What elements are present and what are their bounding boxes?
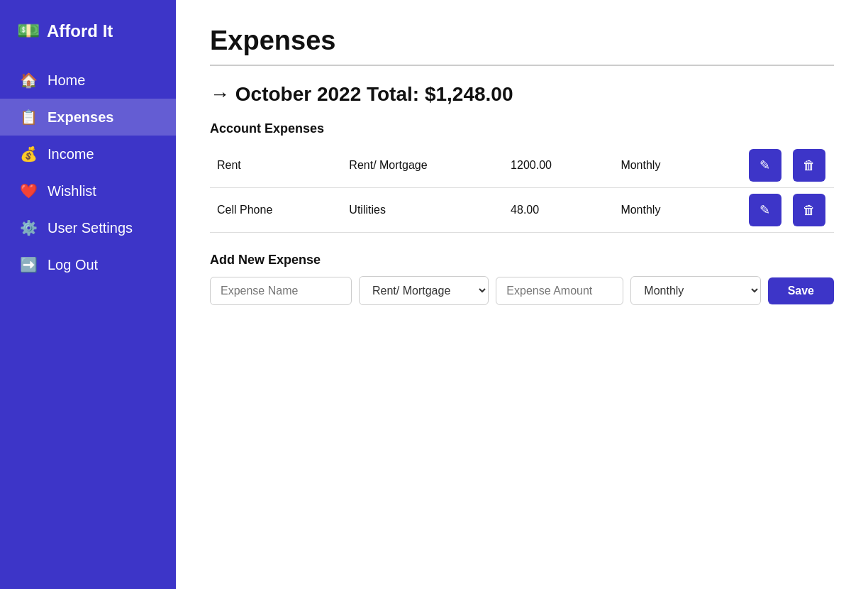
save-button[interactable]: Save (768, 277, 834, 304)
edit-cell: ✎ (746, 143, 790, 188)
expense-amount: 1200.00 (503, 143, 613, 188)
sidebar-item-home[interactable]: 🏠 Home (0, 62, 176, 99)
table-row: Cell Phone Utilities 48.00 Monthly ✎ 🗑 (210, 188, 834, 233)
expense-name: Cell Phone (210, 188, 342, 233)
expense-frequency: Monthly (613, 188, 745, 233)
table-row: Rent Rent/ Mortgage 1200.00 Monthly ✎ 🗑 (210, 143, 834, 188)
logo-icon: 💵 (17, 20, 40, 42)
expenses-tbody: Rent Rent/ Mortgage 1200.00 Monthly ✎ 🗑 … (210, 143, 834, 233)
app-logo: 💵 Afford It (0, 0, 176, 62)
sidebar-item-income[interactable]: 💰 Income (0, 136, 176, 172)
wishlist-icon: ❤️ (20, 182, 38, 199)
delete-cell: 🗑 (790, 188, 834, 233)
sidebar-item-user-settings[interactable]: ⚙️ User Settings (0, 209, 176, 246)
delete-button[interactable]: 🗑 (793, 149, 825, 182)
sidebar-item-expenses[interactable]: 📋 Expenses (0, 99, 176, 136)
edit-cell: ✎ (746, 188, 790, 233)
sidebar-item-settings-label: User Settings (48, 220, 133, 236)
income-icon: 💰 (20, 145, 38, 163)
sidebar-item-home-label: Home (48, 72, 85, 89)
home-icon: 🏠 (20, 72, 38, 89)
edit-button[interactable]: ✎ (749, 194, 781, 226)
add-expense-label: Add New Expense (210, 253, 834, 268)
sidebar-item-wishlist-label: Wishlist (48, 183, 96, 199)
sidebar: 💵 Afford It 🏠 Home 📋 Expenses 💰 Income ❤… (0, 0, 176, 589)
page-title: Expenses (210, 26, 834, 66)
expense-amount-input[interactable] (496, 277, 623, 305)
account-expenses-label: Account Expenses (210, 121, 834, 136)
expense-category: Utilities (342, 188, 503, 233)
delete-cell: 🗑 (790, 143, 834, 188)
expense-frequency-select[interactable]: MonthlyWeeklyBi-WeeklyYearlyOne-Time (630, 276, 760, 305)
app-name: Afford It (47, 21, 113, 41)
month-total: → October 2022 Total: $1,248.00 (210, 83, 834, 106)
expenses-icon: 📋 (20, 109, 38, 126)
sidebar-item-log-out[interactable]: ➡️ Log Out (0, 246, 176, 283)
expense-category-select[interactable]: Rent/ MortgageUtilitiesGroceriesTranspor… (359, 276, 489, 305)
expense-frequency: Monthly (613, 143, 745, 188)
settings-icon: ⚙️ (20, 219, 38, 236)
logout-icon: ➡️ (20, 256, 38, 273)
sidebar-item-logout-label: Log Out (48, 257, 98, 273)
add-expense-form: Rent/ MortgageUtilitiesGroceriesTranspor… (210, 276, 834, 305)
expense-name-input[interactable] (210, 277, 352, 305)
sidebar-item-wishlist[interactable]: ❤️ Wishlist (0, 172, 176, 209)
expense-name: Rent (210, 143, 342, 188)
expense-amount: 48.00 (503, 188, 613, 233)
expenses-table: Rent Rent/ Mortgage 1200.00 Monthly ✎ 🗑 … (210, 143, 834, 233)
expense-category: Rent/ Mortgage (342, 143, 503, 188)
edit-button[interactable]: ✎ (749, 149, 781, 182)
sidebar-item-income-label: Income (48, 146, 94, 163)
delete-button[interactable]: 🗑 (793, 194, 825, 226)
sidebar-item-expenses-label: Expenses (48, 109, 113, 126)
main-content: Expenses → October 2022 Total: $1,248.00… (176, 0, 868, 589)
